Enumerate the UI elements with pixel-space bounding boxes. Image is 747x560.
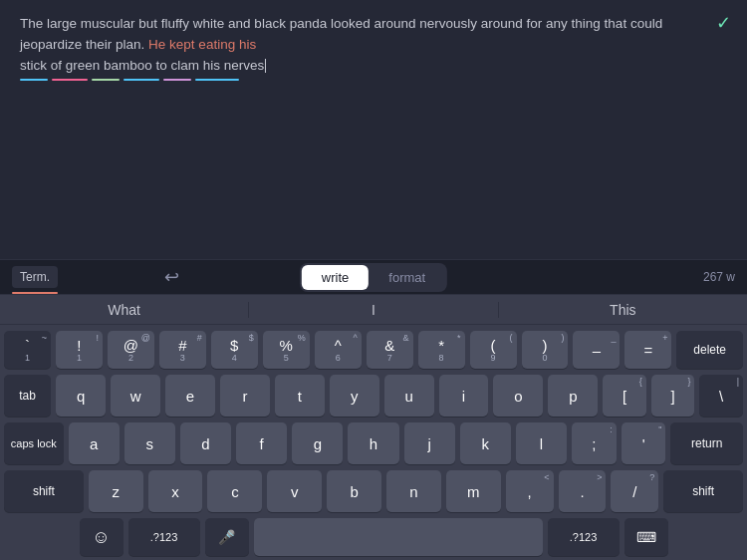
key-v[interactable]: v [267,470,322,512]
key-semicolon[interactable]: :; [572,422,617,464]
key-q[interactable]: q [56,375,106,417]
key-a[interactable]: a [69,422,120,464]
underline-seg-3 [92,79,120,81]
tab-write[interactable]: write [302,265,369,290]
key-space[interactable] [254,518,543,556]
key-l[interactable]: l [516,422,567,464]
key-y[interactable]: y [330,375,379,417]
key-slash[interactable]: ?/ [611,470,658,512]
key-row-2: tab q w e r t y u i o p {[ }] |\ [4,375,743,417]
key-period[interactable]: >. [559,470,607,512]
key-shift-left[interactable]: shift [4,470,84,512]
key-o[interactable]: o [493,375,543,417]
key-h[interactable]: h [348,422,398,464]
key-tab[interactable]: tab [4,375,51,417]
key-j[interactable]: j [404,422,455,464]
key-p[interactable]: p [548,375,598,417]
key-backslash[interactable]: |\ [699,375,743,417]
key-e[interactable]: e [165,375,215,417]
key-num-switch-left[interactable]: .?123 [128,518,200,556]
key-z[interactable]: z [89,470,143,512]
key-d[interactable]: d [180,422,231,464]
key-keyboard-icon[interactable]: ⌨ [624,518,668,556]
key-shift-right[interactable]: shift [663,470,743,512]
predictive-item-0[interactable]: What [0,302,249,318]
key-exclaim[interactable]: !!1 [56,331,103,369]
predictive-item-1[interactable]: I [249,302,498,318]
key-return[interactable]: return [670,422,743,464]
key-hash[interactable]: ##3 [159,331,206,369]
key-ampersand[interactable]: &&7 [367,331,413,369]
key-rbracket[interactable]: }] [651,375,695,417]
text-content: The large muscular but fluffy white and … [20,14,727,77]
cursor [265,59,266,73]
key-row-1: ~`1 !!1 @@2 ##3 $$4 %%5 ^^6 &&7 **8 ((9 … [4,331,743,369]
key-row-4: shift z x c v b n m <, >. ?/ shift [4,470,743,512]
toolbar: Term. ↩ write format 267 w [0,259,747,295]
key-lbracket[interactable]: {[ [603,375,646,417]
key-r[interactable]: r [220,375,270,417]
text-highlighted: He kept eating his [148,37,256,52]
key-capslock[interactable]: caps lock [4,422,64,464]
key-quote[interactable]: "' [622,422,666,464]
check-icon[interactable]: ✓ [716,12,731,34]
text-before-highlight: The large muscular but fluffy white and … [20,16,662,52]
key-lparen[interactable]: ((9 [470,331,517,369]
tab-format[interactable]: format [369,265,445,290]
key-delete[interactable]: delete [676,331,743,369]
key-emoji[interactable]: ☺ [80,518,124,556]
underline-row [20,79,727,81]
key-row-3: caps lock a s d f g h j k l :; "' return [4,422,743,464]
key-tilde[interactable]: ~`1 [4,331,51,369]
key-asterisk[interactable]: **8 [418,331,465,369]
key-rparen[interactable]: ))0 [522,331,569,369]
key-equals[interactable]: += [624,331,671,369]
underline-seg-6 [195,79,239,81]
key-u[interactable]: u [384,375,434,417]
key-t[interactable]: t [275,375,325,417]
underline-seg-5 [163,79,191,81]
key-f[interactable]: f [236,422,287,464]
key-c[interactable]: c [207,470,262,512]
key-percent[interactable]: %%5 [263,331,310,369]
key-num-switch-right[interactable]: .?123 [548,518,620,556]
underline-seg-1 [20,79,48,81]
key-n[interactable]: n [386,470,441,512]
key-dollar[interactable]: $$4 [211,331,258,369]
term-label[interactable]: Term. [12,266,58,288]
key-comma[interactable]: <, [506,470,554,512]
key-m[interactable]: m [446,470,501,512]
text-line2: stick of green bamboo to clam his nerves [20,58,264,73]
word-count: 267 w [703,270,735,284]
underline-seg-2 [52,79,88,81]
undo-button[interactable]: ↩ [164,266,179,288]
key-mic[interactable]: 🎤 [205,518,249,556]
key-at[interactable]: @@2 [108,331,154,369]
key-k[interactable]: k [460,422,511,464]
key-b[interactable]: b [327,470,381,512]
key-x[interactable]: x [148,470,203,512]
text-area[interactable]: The large muscular but fluffy white and … [0,0,747,259]
key-minus[interactable]: _– [573,331,620,369]
tab-group: write format [300,263,447,292]
key-s[interactable]: s [124,422,175,464]
underline-seg-4 [124,79,159,81]
key-caret[interactable]: ^^6 [315,331,362,369]
predictive-item-2[interactable]: This [499,302,747,318]
key-g[interactable]: g [292,422,343,464]
predictive-bar: What I This [0,295,747,325]
key-w[interactable]: w [111,375,160,417]
key-row-bottom: ☺ .?123 🎤 .?123 ⌨ [4,518,743,556]
key-i[interactable]: i [439,375,489,417]
keyboard: ~`1 !!1 @@2 ##3 $$4 %%5 ^^6 &&7 **8 ((9 … [0,325,747,560]
